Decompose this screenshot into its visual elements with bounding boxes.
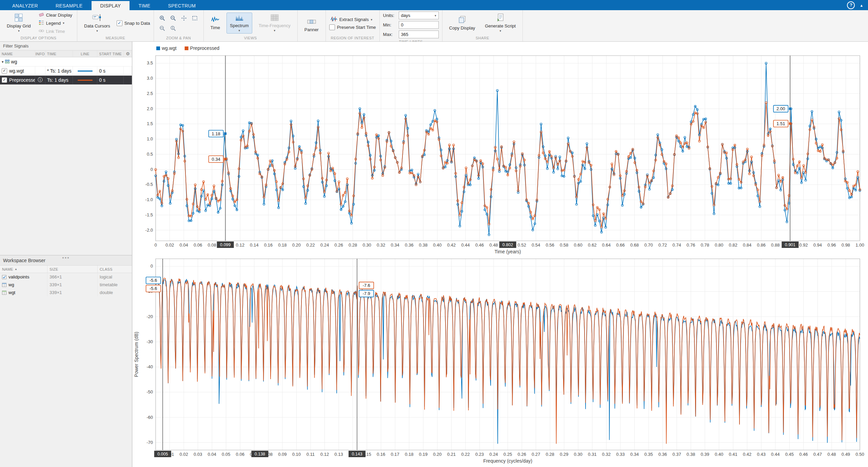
signal-row-preprocessed[interactable]: Preprocessed ⓘ Ts: 1 days 0 s (0, 76, 132, 85)
svg-text:0.005: 0.005 (157, 452, 168, 456)
svg-text:1.5: 1.5 (147, 121, 153, 126)
svg-text:-1.0: -1.0 (145, 197, 153, 202)
workspace-row-validpoints[interactable]: validpoints 366×1 logical (0, 273, 132, 281)
time-frequency-view-label: Time-Frequency (259, 23, 291, 28)
tab-time[interactable]: TIME (130, 1, 159, 10)
signal-group-row[interactable]: ▾ wg (0, 57, 132, 66)
min-input[interactable]: 0 (399, 21, 439, 29)
spectrum-view-button[interactable]: Spectrum ▾ (226, 13, 252, 34)
spectrum-view-icon (235, 14, 243, 22)
zoom-out-button[interactable] (168, 13, 178, 23)
double-variable-icon (2, 291, 6, 295)
tab-analyzer[interactable]: ANALYZER (3, 1, 47, 10)
min-label: Min: (383, 22, 397, 27)
svg-text:0.58: 0.58 (560, 242, 568, 248)
tree-expand-icon[interactable]: ▾ (2, 60, 4, 64)
generate-script-button[interactable]: Generate Script ▾ (481, 12, 519, 34)
signal-time: * Ts: 1 days (45, 66, 73, 75)
tab-spectrum[interactable]: SPECTRUM (159, 1, 204, 10)
column-header-name[interactable]: NAME (0, 51, 35, 57)
workspace-browser-titlebar[interactable]: ●●● Workspace Browser (0, 255, 132, 266)
svg-text:0.54: 0.54 (532, 242, 540, 248)
help-icon[interactable]: ? (847, 1, 855, 9)
svg-text:-5.6: -5.6 (150, 278, 157, 283)
svg-text:0.98: 0.98 (842, 242, 850, 248)
workspace-browser: ●●● Workspace Browser NAME▲ SIZE CLASS v… (0, 255, 132, 467)
svg-text:0.80: 0.80 (715, 242, 723, 248)
display-grid-button[interactable]: Display Grid ▾ (3, 12, 34, 34)
svg-text:0.34: 0.34 (391, 242, 399, 248)
svg-text:-2.0: -2.0 (145, 228, 153, 233)
max-input[interactable]: 365 (399, 31, 439, 38)
svg-text:0.82: 0.82 (729, 242, 737, 248)
fit-view-button[interactable] (190, 13, 200, 23)
ribbon-group-measure: Data Cursors ▾ Snap to Data MEASURE (77, 10, 154, 41)
tab-display[interactable]: DISPLAY (92, 1, 130, 10)
time-view-button[interactable]: Time (207, 15, 223, 32)
signal-checkbox[interactable] (2, 68, 7, 74)
ribbon-group-panner: Panner (298, 10, 326, 41)
gear-icon[interactable]: ⚙ (126, 51, 130, 56)
info-icon[interactable]: ⓘ (38, 77, 42, 83)
column-header-time[interactable]: TIME (45, 51, 73, 57)
tab-resample[interactable]: RESAMPLE (47, 1, 91, 10)
svg-text:0.64: 0.64 (602, 242, 611, 248)
svg-text:1.0: 1.0 (147, 136, 153, 141)
svg-text:0.23: 0.23 (475, 452, 484, 457)
zoom-x-button[interactable] (157, 23, 167, 33)
svg-text:0.12: 0.12 (236, 242, 244, 248)
legend-button[interactable]: Legend ▾ (37, 20, 66, 26)
column-header-start-time[interactable]: START TIME (97, 51, 124, 57)
spectrum-plot[interactable]: 00.010.020.030.040.050.060.070.080.090.1… (133, 255, 868, 467)
workspace-row-wg[interactable]: wg 339×1 timetable (0, 281, 132, 289)
svg-text:-0.5: -0.5 (145, 182, 153, 187)
splitter-grip-icon[interactable]: ●●● (62, 256, 70, 259)
svg-text:0.44: 0.44 (771, 452, 780, 457)
svg-text:0.40: 0.40 (433, 242, 441, 248)
zoom-y-button[interactable] (168, 23, 178, 33)
svg-text:0.38: 0.38 (687, 452, 695, 457)
collapse-ribbon-icon[interactable]: ▴ (860, 3, 863, 8)
checkbox-icon (329, 24, 335, 30)
column-header-info[interactable]: INFO (35, 51, 45, 57)
signal-row-wgwgt[interactable]: wg.wgt * Ts: 1 days 0 s (0, 66, 132, 76)
svg-text:-40: -40 (146, 364, 153, 369)
data-cursors-button[interactable]: Data Cursors ▾ (81, 12, 114, 34)
panner-button[interactable]: Panner (301, 17, 322, 34)
time-plot[interactable]: 00.020.040.060.080.100.120.140.160.180.2… (133, 42, 868, 255)
panner-label: Panner (304, 27, 319, 32)
extract-signals-button[interactable]: Extract Signals ▾ (329, 16, 374, 23)
svg-text:0.43: 0.43 (757, 452, 766, 457)
filter-signals-input[interactable]: Filter Signals (0, 42, 132, 50)
svg-text:0.29: 0.29 (560, 452, 568, 457)
svg-text:0.41: 0.41 (729, 452, 737, 457)
workspace-row-wgt[interactable]: wgt 339×1 double (0, 289, 132, 296)
signal-time: Ts: 1 days (45, 76, 73, 84)
signal-checkbox[interactable] (2, 77, 7, 83)
svg-text:0.36: 0.36 (405, 242, 413, 248)
zoom-in-button[interactable] (157, 13, 167, 23)
ws-column-class[interactable]: CLASS (98, 266, 132, 273)
section-label-views: VIEWS (204, 36, 297, 41)
generate-script-icon (496, 14, 505, 23)
svg-text:0: 0 (154, 242, 157, 248)
variable-class: logical (98, 273, 132, 281)
extract-signals-label: Extract Signals (339, 17, 369, 22)
clear-display-label: Clear Display (46, 13, 72, 18)
units-select[interactable]: days ▾ (399, 12, 439, 19)
pan-button[interactable] (179, 13, 189, 23)
svg-text:0.04: 0.04 (208, 452, 216, 457)
svg-text:0.94: 0.94 (813, 242, 822, 248)
preserve-start-time-checkbox[interactable]: Preserve Start Time (329, 24, 376, 30)
svg-text:0.50: 0.50 (855, 452, 864, 457)
ws-column-name[interactable]: NAME▲ (0, 266, 47, 273)
clear-display-button[interactable]: Clear Display (37, 12, 74, 18)
copy-display-button[interactable]: Copy Display (446, 14, 479, 32)
svg-text:0.143: 0.143 (352, 452, 362, 456)
panner-icon (307, 18, 316, 26)
column-header-line[interactable]: LINE (73, 51, 97, 57)
variable-class: double (98, 289, 132, 296)
ws-column-size[interactable]: SIZE (47, 266, 98, 273)
svg-text:0.37: 0.37 (672, 452, 681, 457)
snap-to-data-checkbox[interactable]: Snap to Data (117, 20, 150, 26)
